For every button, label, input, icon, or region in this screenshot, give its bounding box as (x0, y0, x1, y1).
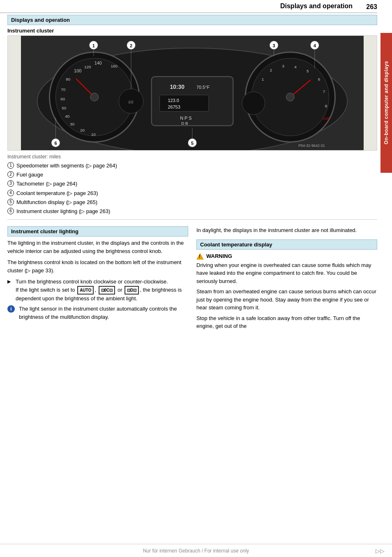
bullet-item-1: ▶ Turn the brightness control knob clock… (7, 278, 188, 302)
bottom-bar: Nur für internen Gebrauch / For internal… (0, 544, 392, 557)
svg-text:P54-32-9642-31: P54-32-9642-31 (298, 144, 325, 148)
svg-text:8: 8 (325, 104, 327, 108)
two-col-section: Instrument cluster lighting The lighting… (7, 226, 377, 334)
svg-text:20: 20 (80, 128, 85, 132)
lighting-section-header: Instrument cluster lighting (7, 226, 188, 237)
svg-text:40: 40 (65, 114, 70, 118)
svg-text:50: 50 (62, 106, 67, 110)
svg-text:3: 3 (282, 64, 284, 68)
warning-label: WARNING (206, 253, 232, 259)
svg-text:D B: D B (181, 121, 188, 125)
svg-point-30 (286, 93, 294, 101)
svg-text:7: 7 (323, 89, 325, 94)
note-text-1: The light sensor in the instrument clust… (19, 305, 188, 321)
svg-text:10: 10 (91, 132, 96, 137)
svg-text:120: 120 (84, 65, 91, 69)
image-caption: Instrument cluster: miles (7, 154, 377, 160)
svg-text:70: 70 (61, 87, 66, 92)
bullet-arrow-1: ▶ (7, 278, 14, 285)
bullet-text-1: Turn the brightness control knob clockwi… (16, 278, 188, 302)
list-item-5: 5 Multifunction display (▷ page 265) (7, 199, 377, 206)
list-item-2: 2 Fuel gauge (7, 171, 377, 179)
warning-triangle-icon (196, 253, 204, 260)
list-text-3: Tachometer (▷ page 264) (16, 180, 77, 188)
svg-text:4: 4 (294, 65, 297, 69)
svg-text:N P S: N P S (180, 116, 191, 121)
instrument-list: 1 Speedometer with segments (▷ page 264)… (7, 162, 377, 215)
lighting-para-2: The brightness control knob is located o… (7, 258, 188, 274)
watermark-text: Nur für internen Gebrauch / For internal… (143, 548, 249, 554)
svg-text:10:30: 10:30 (170, 84, 184, 90)
list-text-6: Instrument cluster lighting (▷ page 263) (16, 208, 110, 215)
svg-point-41 (242, 92, 265, 115)
svg-text:70.5°F: 70.5°F (196, 85, 210, 90)
svg-text:26753: 26753 (168, 104, 180, 109)
svg-text:140: 140 (95, 60, 102, 65)
warning-text-2: Steam from an overheated engine can caus… (196, 288, 377, 312)
svg-text:5: 5 (307, 69, 309, 73)
coolant-section-header: Coolant temperature display (196, 239, 377, 250)
svg-text:123.0: 123.0 (168, 98, 179, 103)
nav-arrow: ▷▷ (376, 548, 385, 554)
subsection-instrument-cluster: Instrument cluster (7, 28, 377, 34)
svg-text:1: 1 (262, 77, 264, 81)
svg-rect-34 (160, 95, 209, 111)
list-num-2: 2 (7, 171, 14, 178)
header-title: Displays and operation (280, 2, 353, 10)
svg-text:x10: x10 (323, 116, 330, 121)
main-content: Displays and operation Instrument cluste… (7, 15, 377, 542)
svg-text:6: 6 (54, 141, 57, 146)
light-icon: ⊡D⊡ (125, 286, 139, 295)
list-text-1: Speedometer with segments (▷ page 264) (16, 162, 117, 169)
svg-text:100: 100 (74, 68, 81, 73)
list-item-1: 1 Speedometer with segments (▷ page 264) (7, 162, 377, 169)
warning-text-3: Stop the vehicle in a safe location away… (196, 314, 377, 330)
svg-text:5: 5 (191, 141, 194, 146)
daylight-text: In daylight, the displays in the instrum… (196, 226, 377, 234)
svg-text:4: 4 (314, 43, 316, 48)
warning-box: WARNING Driving when your engine is over… (196, 253, 377, 330)
svg-text:6: 6 (318, 77, 321, 81)
list-num-1: 1 (7, 162, 14, 169)
info-icon: i (7, 305, 16, 313)
svg-text:3: 3 (273, 43, 275, 48)
svg-text:80: 80 (66, 77, 71, 81)
list-num-3: 3 (7, 180, 14, 187)
list-num-4: 4 (7, 190, 14, 196)
sidebar-tab: On-board computer and displays (380, 33, 392, 173)
instrument-cluster-image: 100 120 80 70 60 50 40 30 20 10 140 160 … (7, 35, 377, 151)
col-right: In daylight, the displays in the instrum… (196, 226, 377, 334)
page-header: Displays and operation (0, 0, 377, 13)
sidebar-label: On-board computer and displays (383, 61, 389, 144)
svg-text:2: 2 (270, 68, 272, 72)
lighting-section-body: The lighting in the instrument cluster, … (7, 239, 188, 321)
list-item-4: 4 Coolant temperature (▷ page 263) (7, 190, 377, 197)
warning-title: WARNING (196, 253, 377, 260)
list-item-6: 6 Instrument cluster lighting (▷ page 26… (7, 208, 377, 215)
list-item-3: 3 Tachometer (▷ page 264) (7, 180, 377, 188)
svg-text:60: 60 (60, 97, 65, 101)
note-item-1: i The light sensor in the instrument clu… (7, 305, 188, 321)
auto-icon: AUTO (77, 286, 94, 295)
list-num-5: 5 (7, 199, 14, 205)
svg-text:2: 2 (130, 43, 132, 48)
list-text-2: Fuel gauge (16, 171, 43, 179)
section-header-displays: Displays and operation (7, 15, 377, 25)
list-text-4: Coolant temperature (▷ page 263) (16, 190, 98, 197)
sun-icon: ⊡0C⊡ (99, 286, 115, 295)
svg-text:1/2: 1/2 (128, 100, 133, 104)
svg-text:160: 160 (111, 64, 118, 68)
svg-text:1: 1 (92, 43, 95, 48)
list-num-6: 6 (7, 208, 14, 214)
col-left: Instrument cluster lighting The lighting… (7, 226, 188, 334)
list-text-5: Multifunction display (▷ page 265) (16, 199, 97, 206)
page-number: 263 (366, 3, 377, 11)
lighting-para-1: The lighting in the instrument cluster, … (7, 239, 188, 255)
warning-text-1: Driving when your engine is overheated c… (196, 261, 377, 285)
divider-1 (7, 219, 377, 220)
svg-text:30: 30 (70, 122, 75, 126)
svg-point-17 (90, 93, 99, 101)
